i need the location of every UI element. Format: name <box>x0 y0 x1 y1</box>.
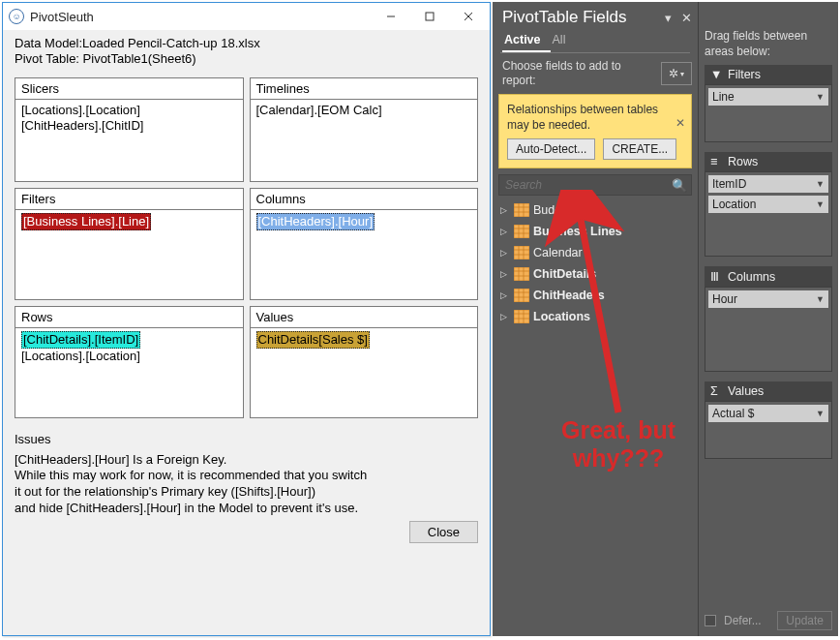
rows-zone-well[interactable]: ItemID▼Location▼ <box>705 171 832 257</box>
data-model-info: Data Model:Loaded Pencil-Catch-up 18.xls… <box>15 36 478 51</box>
close-window-button[interactable] <box>449 4 488 29</box>
pane-menu-icon[interactable]: ▾ <box>665 11 672 25</box>
table-icon <box>514 267 529 281</box>
zone-field-item[interactable]: ItemID▼ <box>708 175 828 193</box>
table-label: Locations <box>533 310 590 323</box>
table-row[interactable]: ▷Business Lines <box>496 221 694 242</box>
svg-rect-14 <box>514 246 529 259</box>
chevron-right-icon: ▷ <box>500 290 510 300</box>
rows-line: [Locations].[Location] <box>21 349 237 365</box>
chevron-down-icon: ▼ <box>816 179 825 189</box>
tab-active[interactable]: Active <box>502 29 551 52</box>
filters-header: Filters <box>15 188 244 209</box>
values-zone-header: Σ Values <box>705 381 832 401</box>
slicers-line: [Locations].[Location] <box>21 103 237 119</box>
rows-zone-label: Rows <box>728 155 758 168</box>
auto-detect-button[interactable]: Auto-Detect... <box>507 138 595 160</box>
chevron-right-icon: ▷ <box>500 248 510 258</box>
fields-pane-title: PivotTable Fields <box>502 8 665 27</box>
columns-header: Columns <box>250 188 479 209</box>
defer-label: Defer... <box>724 614 762 627</box>
gear-icon: ✲ <box>669 67 678 80</box>
minimize-button[interactable] <box>372 4 410 29</box>
cols-zone-label: Columns <box>728 270 775 284</box>
svg-rect-19 <box>514 267 529 281</box>
table-row[interactable]: ▷ChitHeaders <box>496 285 694 306</box>
table-row[interactable]: ▷Locations <box>496 306 694 327</box>
filters-zone-header: ▼ Filters <box>705 65 832 84</box>
zone-item-label: Location <box>712 198 756 211</box>
table-row[interactable]: ▷Calendar <box>496 242 694 263</box>
table-label: Calendar <box>533 246 583 259</box>
search-icon: 🔍 <box>672 178 687 193</box>
banner-close-icon[interactable]: ✕ <box>675 116 685 130</box>
filters-zone-well[interactable]: Line▼ <box>705 84 832 142</box>
cols-zone-well[interactable]: Hour▼ <box>705 287 832 372</box>
table-icon <box>514 246 529 259</box>
rows-zone-header: ≡ Rows <box>705 152 832 171</box>
filters-zone-label: Filters <box>728 68 761 81</box>
values-zone-label: Values <box>728 384 764 398</box>
filter-icon: ▼ <box>710 68 722 81</box>
drag-fields-text: Drag fields between areas below: <box>705 29 832 59</box>
timelines-body: [Calendar].[EOM Calc] <box>250 99 479 182</box>
rows-icon: ≡ <box>710 155 722 168</box>
rows-body: [ChitDetails].[ItemID] [Locations].[Loca… <box>15 327 244 418</box>
values-header: Values <box>250 306 479 327</box>
fields-settings-button[interactable]: ✲▾ <box>661 62 692 85</box>
close-button[interactable]: Close <box>409 521 478 543</box>
pivottable-fields-pane: PivotTable Fields ▾ ✕ Active All Choose … <box>493 2 838 636</box>
zone-item-label: ItemID <box>712 177 746 191</box>
slicers-header: Slicers <box>15 77 244 99</box>
create-relationship-button[interactable]: CREATE... <box>603 138 676 160</box>
cols-zone-header: Ⅲ Columns <box>705 266 832 287</box>
table-label: ChitHeaders <box>533 289 605 302</box>
table-label: Budgets <box>533 203 578 217</box>
table-icon <box>514 289 529 302</box>
defer-checkbox[interactable] <box>705 615 716 626</box>
chevron-right-icon: ▷ <box>500 269 510 279</box>
chevron-right-icon: ▷ <box>500 227 510 236</box>
update-button[interactable]: Update <box>777 611 832 630</box>
values-highlight: ChitDetails[Sales $] <box>256 331 370 350</box>
rows-header: Rows <box>15 306 244 327</box>
pane-close-icon[interactable]: ✕ <box>681 11 692 25</box>
tab-all[interactable]: All <box>551 29 576 52</box>
pivotsleuth-window: ☺ PivotSleuth Data Model:Loaded Pencil-C… <box>2 2 491 636</box>
choose-fields-text: Choose fields to add to report: <box>502 59 657 88</box>
chevron-right-icon: ▷ <box>500 205 510 215</box>
columns-icon: Ⅲ <box>710 269 722 284</box>
chevron-down-icon: ▼ <box>816 409 825 418</box>
slicers-line: [ChitHeaders].[ChitID] <box>21 118 237 135</box>
filters-body: [Business Lines].[Line] <box>15 209 244 300</box>
banner-message: Relationships between tables may be need… <box>507 103 683 133</box>
separator <box>500 52 690 53</box>
table-icon <box>514 203 529 217</box>
values-zone-well[interactable]: Actual $▼ <box>705 401 832 459</box>
chevron-down-icon: ▼ <box>816 92 825 102</box>
maximize-button[interactable] <box>410 4 449 29</box>
zone-field-item[interactable]: Hour▼ <box>708 290 828 308</box>
slicers-body: [Locations].[Location] [ChitHeaders].[Ch… <box>15 99 244 182</box>
svg-rect-4 <box>514 203 529 217</box>
table-row[interactable]: ▷Budgets <box>496 199 694 221</box>
sigma-icon: Σ <box>710 384 722 398</box>
table-icon <box>514 310 529 323</box>
search-row[interactable]: 🔍 <box>498 174 692 196</box>
relationships-banner: Relationships between tables may be need… <box>498 94 692 168</box>
zone-field-item[interactable]: Line▼ <box>708 88 828 106</box>
chevron-down-icon: ▼ <box>816 199 825 209</box>
app-icon: ☺ <box>9 9 24 24</box>
values-body: ChitDetails[Sales $] <box>250 327 479 418</box>
zone-field-item[interactable]: Actual $▼ <box>708 405 828 422</box>
columns-body: [ChitHeaders].[Hour] <box>250 209 479 300</box>
search-input[interactable] <box>505 178 672 192</box>
zone-field-item[interactable]: Location▼ <box>708 196 828 213</box>
chevron-down-icon: ▼ <box>816 294 825 304</box>
svg-rect-24 <box>514 289 529 302</box>
table-row[interactable]: ▷ChitDetails <box>496 263 694 285</box>
titlebar: ☺ PivotSleuth <box>3 3 490 30</box>
field-list: ▷Budgets▷Business Lines▷Calendar▷ChitDet… <box>493 198 698 331</box>
table-label: Business Lines <box>533 225 622 238</box>
chevron-right-icon: ▷ <box>500 312 510 321</box>
